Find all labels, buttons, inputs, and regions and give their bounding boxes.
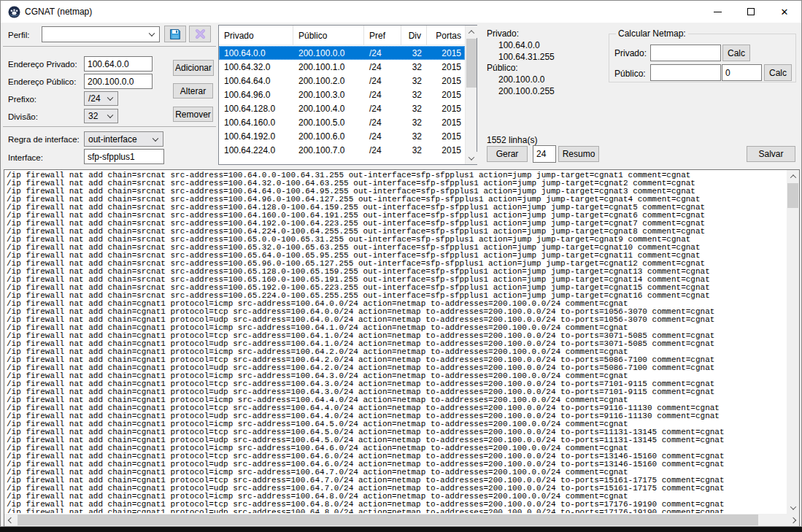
table-cell: 32 <box>401 60 427 74</box>
table-cell: 200.100.5.0 <box>293 115 364 129</box>
header-publico[interactable]: Público <box>293 26 364 45</box>
info-privado-end: 100.64.31.255 <box>487 52 555 63</box>
perfil-combobox[interactable] <box>42 26 160 42</box>
output-vscrollbar-thumb[interactable] <box>787 183 798 208</box>
info-publico-end: 200.100.0.255 <box>487 86 555 98</box>
interface-input[interactable]: sfp-sfpplus1 <box>84 149 164 164</box>
table-row[interactable]: 100.64.0.0200.100.0.0/24322015 <box>219 46 465 60</box>
scroll-down-button[interactable] <box>466 152 477 164</box>
table-row[interactable]: 100.64.96.0200.100.3.0/24322015 <box>219 88 465 101</box>
output-vscrollbar[interactable] <box>787 170 799 514</box>
calc-privado-input[interactable] <box>650 45 721 61</box>
close-button[interactable]: ✕ <box>768 1 801 23</box>
output-hscrollbar[interactable] <box>4 514 799 526</box>
table-row[interactable]: 100.64.192.0200.100.6.0/24322015 <box>219 129 465 143</box>
header-pref[interactable]: Pref <box>364 26 401 45</box>
chevron-down-icon <box>153 135 158 141</box>
prefixo-label: Prefixo: <box>8 95 36 104</box>
table-cell: 200.100.1.0 <box>293 60 364 74</box>
divisao-label: Divisão: <box>8 112 38 121</box>
table-row[interactable]: 100.64.160.0200.100.5.0/24322015 <box>219 115 465 129</box>
interface-label: Interface: <box>8 153 43 162</box>
scroll-up-button[interactable] <box>787 170 799 182</box>
table-cell: /24 <box>364 60 401 74</box>
scroll-right-button[interactable] <box>787 514 799 526</box>
info-privado-start: 100.64.0.0 <box>487 40 555 52</box>
scroll-down-button[interactable] <box>787 501 799 514</box>
table-cell: /24 <box>364 101 401 115</box>
close-icon: ✕ <box>781 7 789 17</box>
separator <box>3 126 216 127</box>
header-privado[interactable]: Privado <box>219 26 293 45</box>
calc-publico-button[interactable]: Calc <box>764 64 792 81</box>
table-scrollbar[interactable] <box>465 26 477 164</box>
resumo-button[interactable]: Resumo <box>558 146 599 162</box>
output-hscrollbar-thumb[interactable] <box>18 514 758 525</box>
perfil-label: Perfil: <box>8 31 29 39</box>
table-header: Privado Público Pref Div Portas <box>219 26 465 45</box>
calc-publico-input[interactable] <box>650 64 721 81</box>
prefixo-select[interactable]: /24 <box>84 91 118 106</box>
separator <box>3 46 216 47</box>
table-cell: 100.64.64.0 <box>219 74 293 88</box>
maximize-button[interactable] <box>734 1 768 23</box>
table-cell: 200.100.0.0 <box>293 46 364 60</box>
table-cell: 32 <box>401 88 427 101</box>
floppy-icon <box>169 28 181 40</box>
header-portas[interactable]: Portas <box>427 26 466 45</box>
chevron-up-icon <box>469 30 474 36</box>
divisao-select[interactable]: 32 <box>84 109 118 123</box>
table-row[interactable]: 100.64.64.0200.100.2.0/24322015 <box>219 74 465 88</box>
clear-profile-button[interactable] <box>189 26 211 42</box>
remover-button[interactable]: Remover <box>173 107 213 122</box>
titlebar: CGNAT (netmap) ✕ <box>1 1 801 23</box>
table-cell: 200.100.2.0 <box>293 74 364 88</box>
table-cell: 100.64.160.0 <box>219 115 293 129</box>
salvar-button[interactable]: Salvar <box>747 146 795 162</box>
gerar-button[interactable]: Gerar <box>487 146 528 162</box>
output-console: /ip firewall nat add chain=srcnat src-ad… <box>4 169 800 527</box>
table-cell: 200.100.6.0 <box>293 129 364 143</box>
info-publico-label: Público: <box>487 63 555 74</box>
adicionar-button[interactable]: Adicionar <box>173 60 214 76</box>
scroll-left-button[interactable] <box>4 514 17 526</box>
table-cell: 2015 <box>427 46 466 60</box>
prefix-size-value: 24 <box>536 149 546 159</box>
alterar-button[interactable]: Alterar <box>173 83 213 99</box>
table-row[interactable]: 100.64.128.0200.100.4.0/24322015 <box>219 101 465 115</box>
regra-interface-select[interactable]: out-interface <box>84 131 163 147</box>
table-cell: 100.64.128.0 <box>219 101 293 115</box>
table-cell: 32 <box>401 101 427 115</box>
endereco-publico-input[interactable]: 200.100.0.0 <box>84 74 153 89</box>
table-cell: 32 <box>401 74 427 88</box>
save-profile-button[interactable] <box>164 26 186 42</box>
calc-privado-button[interactable]: Calc <box>722 45 750 61</box>
table-cell: 2015 <box>427 115 466 129</box>
scroll-up-button[interactable] <box>466 26 477 38</box>
table-body: 100.64.0.0200.100.0.0/24322015100.64.32.… <box>219 46 465 164</box>
table-cell: 2015 <box>427 60 466 74</box>
minimize-button[interactable] <box>701 1 734 23</box>
table-cell: 2015 <box>427 74 466 88</box>
table-cell: /24 <box>364 129 401 143</box>
chevron-down-icon <box>149 31 155 36</box>
chevron-down-icon <box>790 504 795 509</box>
header-div[interactable]: Div <box>401 26 427 45</box>
endereco-publico-label: Endereço Público: <box>8 77 76 86</box>
table-cell: 32 <box>401 129 427 143</box>
output-text[interactable]: /ip firewall nat add chain=srcnat src-ad… <box>7 171 786 513</box>
table-cell: 32 <box>401 143 427 157</box>
table-cell: /24 <box>364 115 401 129</box>
table-scrollbar-thumb[interactable] <box>466 39 477 88</box>
table-cell: 200.100.4.0 <box>293 101 364 115</box>
app-window: CGNAT (netmap) ✕ Perfil: End <box>0 0 802 527</box>
screen: CGNAT (netmap) ✕ Perfil: End <box>0 0 802 532</box>
minimize-icon <box>714 12 722 12</box>
endereco-privado-input[interactable]: 100.64.0.0 <box>84 56 153 72</box>
divisao-value: 32 <box>88 111 98 121</box>
prefix-size-input[interactable]: 24 <box>533 145 556 163</box>
table-row[interactable]: 100.64.32.0200.100.1.0/24322015 <box>219 60 465 74</box>
calc-offset-input[interactable]: 0 <box>722 64 762 81</box>
table-row[interactable]: 100.64.224.0200.100.7.0/24322015 <box>219 143 465 157</box>
table-cell: 200.100.7.0 <box>293 143 364 157</box>
